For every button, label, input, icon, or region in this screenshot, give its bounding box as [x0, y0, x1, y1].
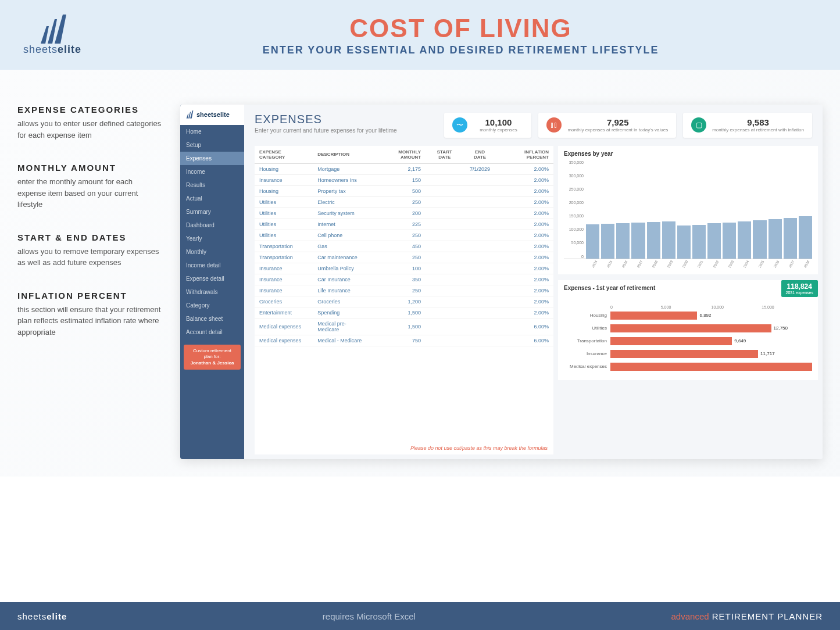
cell: 250 [373, 230, 426, 241]
table-row[interactable]: Medical expensesMedical pre-Medicare1,50… [255, 318, 553, 335]
cell: 1,200 [373, 296, 426, 307]
bar: 2029 [662, 221, 675, 259]
table-row[interactable]: InsuranceCar Insurance3502.00% [255, 274, 553, 285]
cell: Insurance [255, 274, 313, 285]
sidebar-item-home[interactable]: Home [180, 125, 244, 138]
table-row[interactable]: TransportationGas4502.00% [255, 241, 553, 252]
cell: Car Insurance [313, 274, 372, 285]
sidebar-item-expense-detail[interactable]: Expense detail [180, 272, 244, 285]
plan-owner-badge: Custom retirement plan for: Jonathan & J… [184, 345, 241, 370]
cell: Umbrella Policy [313, 263, 372, 274]
table-row[interactable]: GroceriesGroceries1,2002.00% [255, 296, 553, 307]
cell: Internet [313, 219, 372, 230]
cell: Insurance [255, 263, 313, 274]
sidebar-logo: sheetselite [180, 105, 244, 125]
cell [463, 230, 496, 241]
table-row[interactable]: InsuranceLife Insurance2502.00% [255, 285, 553, 296]
table-row[interactable]: EntertainmentSpending1,5002.00% [255, 307, 553, 318]
cell: 2,175 [373, 163, 426, 174]
cell: Mortgage [313, 163, 372, 174]
bar: 2027 [631, 223, 645, 259]
cell: Insurance [255, 174, 313, 185]
sidebar-item-balance-sheet[interactable]: Balance sheet [180, 312, 244, 325]
stat-label: monthly expenses [473, 127, 523, 133]
display-icon: ▢ [691, 117, 706, 133]
section-title: EXPENSES [255, 113, 437, 126]
app-content: EXPENSES Enter your current and future e… [244, 105, 823, 459]
table-row[interactable]: UtilitiesInternet2252.00% [255, 219, 553, 230]
cell: 1,500 [373, 307, 426, 318]
badge-names: Jonathan & Jessica [186, 360, 238, 366]
table-row[interactable]: UtilitiesSecurity system2002.00% [255, 207, 553, 219]
cell: 2.00% [496, 307, 553, 318]
stat-value: 10,100 [473, 117, 523, 127]
sidebar-item-income-detail[interactable]: Income detail [180, 259, 244, 272]
sidebar-item-setup[interactable]: Setup [180, 138, 244, 152]
table-row[interactable]: HousingProperty tax5002.00% [255, 185, 553, 196]
sidebar-item-dashboard[interactable]: Dashboard [180, 219, 244, 232]
cell: 2.00% [496, 285, 553, 296]
sidebar-item-actual[interactable]: Actual [180, 192, 244, 205]
sidebar-item-account-detail[interactable]: Account detail [180, 325, 244, 339]
cell [463, 196, 496, 207]
table-row[interactable]: TransportationCar maintenance2502.00% [255, 252, 553, 263]
table-row[interactable]: UtilitiesElectric2502.00% [255, 196, 553, 207]
stat-value: 9,583 [712, 117, 804, 127]
sidebar-item-yearly[interactable]: Yearly [180, 232, 244, 245]
cell [463, 296, 496, 307]
cell: 350 [373, 274, 426, 285]
table-row[interactable]: HousingMortgage2,1757/1/20292.00% [255, 163, 553, 174]
hbar-row: Insurance11,717 [564, 350, 812, 358]
sidebar-item-expenses[interactable]: Expenses [180, 152, 244, 165]
cell [426, 296, 463, 307]
feature-item: START & END DATESallows you to remove te… [17, 232, 163, 269]
bar: 2026 [616, 223, 630, 259]
top-banner: sheetselite COST OF LIVING ENTER YOUR ES… [0, 0, 840, 70]
cell: 250 [373, 252, 426, 263]
table-row[interactable]: InsuranceUmbrella Policy1002.00% [255, 263, 553, 274]
cell [463, 252, 496, 263]
sidebar-item-results[interactable]: Results [180, 178, 244, 192]
cell: Property tax [313, 185, 372, 196]
cell: 2.00% [496, 296, 553, 307]
table-row[interactable]: InsuranceHomeowners Ins1502.00% [255, 174, 553, 185]
cell [463, 174, 496, 185]
cell: Cell phone [313, 230, 372, 241]
logo-text: sheetselite [23, 44, 81, 56]
cell: Housing [255, 163, 313, 174]
cell: Transportation [255, 241, 313, 252]
bar: 2035 [753, 220, 766, 259]
cell [463, 219, 496, 230]
chart-first-year-retirement: Expenses - 1st year of retirement 118,82… [558, 280, 818, 380]
cell: Spending [313, 307, 372, 318]
hbar-row: Medical expenses [564, 363, 812, 371]
column-header: END DATE [463, 146, 496, 164]
cell: Utilities [255, 207, 313, 219]
sidebar-item-category[interactable]: Category [180, 299, 244, 312]
sidebar-item-monthly[interactable]: Monthly [180, 245, 244, 259]
table-row[interactable]: UtilitiesCell phone2502.00% [255, 230, 553, 241]
cell: 250 [373, 285, 426, 296]
cell [426, 318, 463, 335]
sidebar-item-withdrawals[interactable]: Withdrawals [180, 285, 244, 299]
cell: Electric [313, 196, 372, 207]
bar: 2028 [647, 222, 660, 259]
bottom-brand: sheetselite [17, 611, 67, 621]
table-row[interactable]: Medical expensesMedical - Medicare7506.0… [255, 335, 553, 346]
cell: 2.00% [496, 241, 553, 252]
bar: 2037 [784, 218, 797, 259]
cell: Utilities [255, 196, 313, 207]
cell: 2.00% [496, 252, 553, 263]
sidebar-item-income[interactable]: Income [180, 165, 244, 178]
brand-logo: sheetselite [23, 15, 81, 56]
hbar-row: Housing6,892 [564, 312, 812, 320]
stat-card-retirement-inflation: ▢ 9,583monthly expenses at retirement wi… [683, 113, 812, 138]
cell: 450 [373, 241, 426, 252]
cell: Medical expenses [255, 335, 313, 346]
page-subtitle: ENTER YOUR ESSENTIAL AND DESIRED RETIREM… [105, 44, 817, 56]
column-header: EXPENSE CATEGORY [255, 146, 313, 164]
sidebar-item-summary[interactable]: Summary [180, 205, 244, 219]
bar: 2025 [601, 224, 614, 259]
cell [426, 207, 463, 219]
column-header: INFLATION PERCENT [496, 146, 553, 164]
